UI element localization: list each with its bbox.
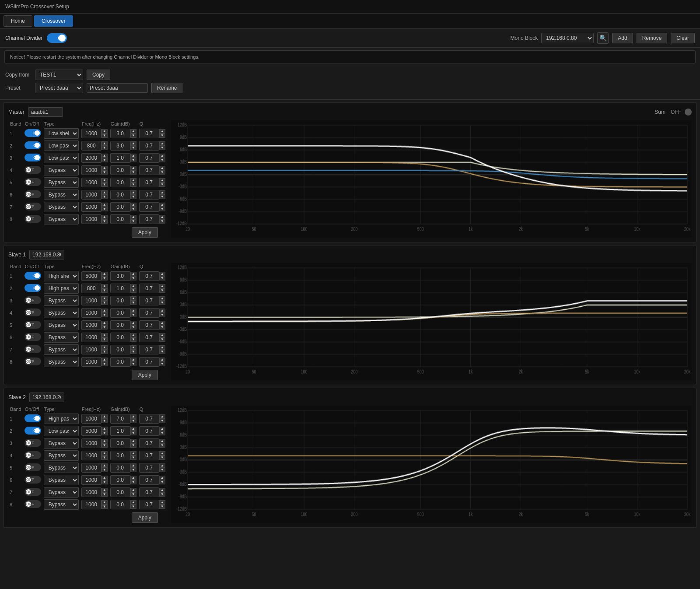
master-apply-button[interactable]: Apply — [132, 227, 158, 238]
col-freq-s1: Freq(Hz) — [80, 263, 109, 270]
search-button[interactable]: 🔍 — [597, 32, 609, 44]
master-chart — [171, 120, 692, 238]
add-button[interactable]: Add — [612, 33, 633, 43]
sum-state: OFF — [671, 109, 681, 115]
master-header: Master Sum OFF — [8, 107, 692, 117]
slave1-title: Slave 1 — [8, 252, 26, 258]
col-onoff: On/Off — [23, 120, 42, 127]
slave2-title: Slave 2 — [8, 394, 26, 400]
table-row: 8OFFBypassLow passHigh passLow shelfHigh… — [8, 498, 167, 511]
top-controls-left: Channel Divider ON — [5, 33, 67, 43]
notice-bar: Notice! Please restart the system after … — [4, 50, 696, 63]
preset-row: Preset Preset 3aaa Rename — [5, 83, 695, 93]
master-table: Band On/Off Type Freq(Hz) Gain(dB) Q 1ON… — [8, 120, 167, 225]
rename-button[interactable]: Rename — [151, 83, 182, 93]
copy-from-row: Copy from TEST1 Copy — [5, 70, 695, 80]
table-row: 2ONBypassLow passHigh passLow shelfHigh … — [8, 140, 167, 152]
slave1-header: Slave 1 — [8, 250, 692, 259]
channel-divider-label: Channel Divider — [5, 35, 42, 41]
nav-home[interactable]: Home — [4, 15, 32, 27]
col-gain-s1: Gain(dB) — [109, 263, 138, 270]
slave1-eq-table: Band On/Off Type Freq(Hz) Gain(dB) Q 1ON… — [8, 263, 167, 380]
table-row: 1ONBypassLow passHigh passLow shelfHigh … — [8, 270, 167, 282]
col-type-s2: Type — [42, 406, 80, 413]
table-row: 6OFFBypassLow passHigh passLow shelfHigh… — [8, 189, 167, 201]
toggle-on-label: ON — [58, 35, 65, 41]
slave2-content: Band On/Off Type Freq(Hz) Gain(dB) Q 1ON… — [8, 406, 692, 523]
table-row: 7OFFBypassLow passHigh passLow shelfHigh… — [8, 201, 167, 213]
slave2-table: Band On/Off Type Freq(Hz) Gain(dB) Q 1ON… — [8, 406, 167, 511]
slave1-name-input[interactable] — [29, 250, 64, 259]
mono-block-label: Mono Block — [511, 35, 538, 41]
col-onoff-s1: On/Off — [23, 263, 42, 270]
table-row: 7OFFBypassLow passHigh passLow shelfHigh… — [8, 344, 167, 356]
copy-section: Copy from TEST1 Copy Preset Preset 3aaa … — [0, 66, 700, 100]
col-q: Q — [138, 120, 167, 127]
copy-from-label: Copy from — [5, 72, 32, 78]
col-gain-s2: Gain(dB) — [109, 406, 138, 413]
master-content: Band On/Off Type Freq(Hz) Gain(dB) Q 1ON… — [8, 120, 692, 238]
slave2-eq-canvas — [171, 406, 692, 523]
col-band-s1: Band — [8, 263, 23, 270]
slave1-content: Band On/Off Type Freq(Hz) Gain(dB) Q 1ON… — [8, 263, 692, 380]
table-row: 5OFFBypassLow passHigh passLow shelfHigh… — [8, 319, 167, 331]
table-row: 1ONBypassLow passHigh passLow shelfHigh … — [8, 127, 167, 140]
col-gain: Gain(dB) — [109, 120, 138, 127]
table-row: 4OFFBypassLow passHigh passLow shelfHigh… — [8, 164, 167, 176]
table-row: 7OFFBypassLow passHigh passLow shelfHigh… — [8, 486, 167, 498]
table-row: 3ONBypassLow passHigh passLow shelfHigh … — [8, 152, 167, 164]
col-freq-s2: Freq(Hz) — [80, 406, 109, 413]
table-row: 6OFFBypassLow passHigh passLow shelfHigh… — [8, 474, 167, 486]
slave2-name-input[interactable] — [29, 393, 64, 402]
slave1-section: Slave 1 Band On/Off Type Freq(Hz) Gain(d… — [4, 245, 696, 385]
channel-divider-toggle[interactable]: ON — [47, 33, 67, 43]
notice-text: Notice! Please restart the system after … — [10, 54, 200, 60]
table-row: 3OFFBypassLow passHigh passLow shelfHigh… — [8, 437, 167, 449]
master-eq-canvas — [171, 120, 692, 238]
mono-block-select[interactable]: 192.168.0.80 — [541, 33, 594, 43]
slave1-eq-canvas — [171, 263, 692, 380]
app-title: WSlimPro Crossover Setup — [5, 4, 69, 10]
col-type: Type — [42, 120, 80, 127]
col-q-s1: Q — [138, 263, 167, 270]
table-row: 1ONBypassLow passHigh passLow shelfHigh … — [8, 413, 167, 425]
sum-dot[interactable] — [685, 109, 692, 116]
master-name-input[interactable] — [28, 107, 63, 117]
master-eq-table: Band On/Off Type Freq(Hz) Gain(dB) Q 1ON… — [8, 120, 167, 238]
title-bar: WSlimPro Crossover Setup — [0, 0, 700, 14]
col-freq: Freq(Hz) — [80, 120, 109, 127]
table-row: 2ONBypassLow passHigh passLow shelfHigh … — [8, 425, 167, 437]
remove-button[interactable]: Remove — [637, 33, 668, 43]
table-row: 6OFFBypassLow passHigh passLow shelfHigh… — [8, 331, 167, 344]
table-row: 4OFFBypassLow passHigh passLow shelfHigh… — [8, 449, 167, 462]
table-row: 8OFFBypassLow passHigh passLow shelfHigh… — [8, 356, 167, 368]
slave2-section: Slave 2 Band On/Off Type Freq(Hz) Gain(d… — [4, 388, 696, 528]
preset-select[interactable]: Preset 3aaa — [35, 83, 83, 93]
slave2-apply-button[interactable]: Apply — [132, 512, 158, 523]
table-row: 5OFFBypassLow passHigh passLow shelfHigh… — [8, 462, 167, 474]
slave1-table: Band On/Off Type Freq(Hz) Gain(dB) Q 1ON… — [8, 263, 167, 368]
preset-rename-input[interactable] — [87, 83, 148, 93]
col-q-s2: Q — [138, 406, 167, 413]
master-section: Master Sum OFF Band On/Off Type Freq(Hz)… — [4, 102, 696, 242]
slave1-apply-button[interactable]: Apply — [132, 370, 158, 380]
master-title: Master — [8, 109, 24, 115]
table-row: 4OFFBypassLow passHigh passLow shelfHigh… — [8, 307, 167, 319]
table-row: 2ONBypassLow passHigh passLow shelfHigh … — [8, 282, 167, 294]
col-onoff-s2: On/Off — [23, 406, 42, 413]
slave2-eq-table: Band On/Off Type Freq(Hz) Gain(dB) Q 1ON… — [8, 406, 167, 523]
slave2-chart — [171, 406, 692, 523]
col-band: Band — [8, 120, 23, 127]
sum-label: Sum — [654, 109, 665, 115]
table-row: 8OFFBypassLow passHigh passLow shelfHigh… — [8, 213, 167, 225]
col-type-s1: Type — [42, 263, 80, 270]
table-row: 3OFFBypassLow passHigh passLow shelfHigh… — [8, 294, 167, 307]
slave2-header: Slave 2 — [8, 393, 692, 402]
col-band-s2: Band — [8, 406, 23, 413]
clear-button[interactable]: Clear — [671, 33, 695, 43]
copy-button[interactable]: Copy — [87, 70, 110, 80]
nav-bar: Home Crossover — [0, 14, 700, 29]
preset-label: Preset — [5, 85, 32, 91]
copy-from-select[interactable]: TEST1 — [35, 70, 83, 80]
nav-crossover[interactable]: Crossover — [34, 15, 73, 27]
